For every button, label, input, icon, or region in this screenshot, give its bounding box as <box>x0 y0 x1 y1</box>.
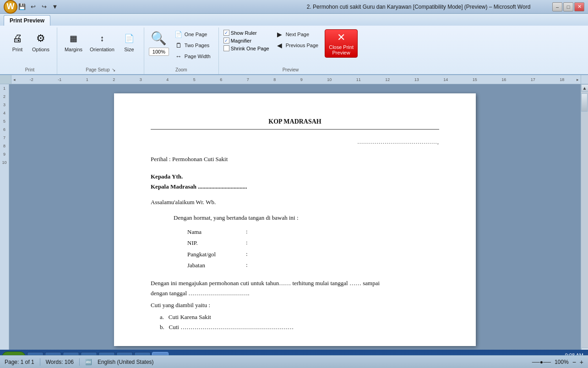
options-label: Options <box>32 47 49 53</box>
ribbon-group-zoom: 🔍 100% 📄 One Page 🗒 Two Pages ↔ Page Wid… <box>144 27 219 74</box>
page-width-icon: ↔ <box>174 52 183 60</box>
margins-label: Margins <box>65 47 82 53</box>
doc-salam: Assalamu'alaikum Wr. Wb. <box>151 197 439 207</box>
doc-kepada-yth: Kepada Yth. <box>151 172 439 182</box>
print-icon: 🖨 <box>10 31 25 46</box>
one-page-button[interactable]: 📄 One Page <box>173 29 214 39</box>
doc-date-dots: ........................................… <box>151 137 439 147</box>
field-nama-colon: : <box>242 227 251 238</box>
print-button[interactable]: 🖨 Print <box>7 29 27 54</box>
orientation-icon: ↕ <box>95 31 109 46</box>
quick-access-bar: 💾 ↩ ↪ ▼ <box>17 2 285 11</box>
list-item: a. Cuti Karena Sakit <box>160 312 439 322</box>
zoom-out-button[interactable]: − <box>572 358 576 366</box>
scroll-up-button[interactable]: ▲ <box>581 84 588 92</box>
ruler-corner <box>0 75 11 84</box>
orientation-button[interactable]: ↕ Orientation <box>87 29 117 54</box>
prev-page-button[interactable]: ◀ Previous Page <box>274 40 321 50</box>
options-icon: ⚙ <box>33 31 48 46</box>
page-width-button[interactable]: ↔ Page Width <box>173 51 214 61</box>
status-words: Words: 106 <box>46 359 74 365</box>
print-group-label: Print <box>25 67 35 74</box>
next-page-button[interactable]: ▶ Next Page <box>274 29 321 39</box>
page-setup-label: Page Setup ↘ <box>86 67 115 74</box>
maximize-button[interactable]: □ <box>563 2 573 11</box>
cuti-list: a. Cuti Karena Sakit b. Cuti ……………………………… <box>160 312 439 332</box>
save-quick-btn[interactable]: 💾 <box>17 2 27 11</box>
ribbon-group-print: 🖨 Print ⚙ Options Print <box>3 27 57 74</box>
doc-body2: dengan tanggal …………………………. <box>151 288 439 298</box>
page-setup-content: ▦ Margins ↕ Orientation 📄 Size <box>62 27 139 67</box>
window-title: 2. Permohon cuti sakit Guru dan Karyawan… <box>285 4 552 10</box>
minimize-button[interactable]: – <box>552 2 562 11</box>
redo-quick-btn[interactable]: ↪ <box>39 2 49 11</box>
field-pangkat-colon: : <box>242 249 251 260</box>
ruler-h-corner-right <box>581 75 588 84</box>
status-right: ──●── 100% − + <box>532 358 583 366</box>
orientation-label: Orientation <box>90 47 114 53</box>
document-page: KOP MADRASAH ...........................… <box>114 93 476 346</box>
shrink-label: Shrink One Page <box>231 46 269 51</box>
scroll-track[interactable] <box>581 92 588 348</box>
ribbon-group-page-setup: ▦ Margins ↕ Orientation 📄 Size Page Setu… <box>57 27 144 74</box>
print-label: Print <box>12 47 23 53</box>
margins-button[interactable]: ▦ Margins <box>62 29 85 54</box>
shrink-check-icon <box>223 45 229 51</box>
status-sep-2 <box>79 358 80 366</box>
one-page-icon: 📄 <box>174 30 183 38</box>
doc-kepada: Kepada Yth. Kepala Madrasah ............… <box>151 172 439 192</box>
magnifier-check-icon: ✓ <box>223 38 229 43</box>
show-ruler-label: Show Ruler <box>231 30 257 36</box>
next-page-icon: ▶ <box>276 30 284 38</box>
close-print-preview-button[interactable]: ✕ Close PrintPreview <box>325 29 358 58</box>
page-setup-expander[interactable]: ↘ <box>112 67 115 72</box>
field-jabatan-label: Jabatan <box>187 260 242 271</box>
close-preview-icon: ✕ <box>337 32 345 43</box>
page-view-group: 📄 One Page 🗒 Two Pages ↔ Page Width <box>173 29 214 61</box>
ribbon: 🖨 Print ⚙ Options Print ▦ Margins ↕ Orie… <box>0 26 588 75</box>
status-page: Page: 1 of 1 <box>5 359 34 365</box>
close-window-button[interactable]: ✕ <box>574 2 584 11</box>
ribbon-group-preview: ✓ Show Ruler ✓ Magnifier Shrink One Page… <box>219 27 362 74</box>
tab-print-preview[interactable]: Print Preview <box>4 15 50 26</box>
print-group-content: 🖨 Print ⚙ Options <box>7 27 52 67</box>
shrink-one-page-checkbox[interactable]: Shrink One Page <box>223 45 269 52</box>
doc-kepada-name: Kepala Madrasah ........................… <box>151 182 439 192</box>
field-nip-colon: : <box>242 238 251 249</box>
show-ruler-checkbox[interactable]: ✓ Show Ruler <box>223 29 269 36</box>
document-area: KOP MADRASAH ...........................… <box>9 84 581 355</box>
ruler-vertical: 12345678910 <box>0 84 9 355</box>
field-nama-label: Nama <box>187 227 242 238</box>
zoom-value[interactable]: 100% <box>149 48 169 56</box>
office-button[interactable]: W <box>4 0 17 14</box>
doc-header-title: KOP MADRASAH <box>151 116 439 127</box>
undo-quick-btn[interactable]: ↩ <box>28 2 38 11</box>
ruler-horizontal: ◂ -2-1123456789101112131415161718 ▸ <box>11 75 581 84</box>
zoom-label: Zoom <box>175 67 187 74</box>
zoom-button[interactable]: 🔍 <box>150 29 168 47</box>
window-controls: – □ ✕ <box>552 2 584 11</box>
scroll-thumb[interactable] <box>581 93 588 112</box>
size-label: Size <box>124 47 134 53</box>
doc-perihal: Perihal : Permohonan Cuti Sakit <box>151 154 439 164</box>
more-quick-btn[interactable]: ▼ <box>50 2 60 11</box>
doc-fields-table: Nama : NIP. : Pangkat/gol : <box>187 227 251 271</box>
status-sep-1 <box>40 358 40 366</box>
size-button[interactable]: 📄 Size <box>119 29 139 54</box>
magnifier-checkbox[interactable]: ✓ Magnifier <box>223 37 269 44</box>
two-pages-button[interactable]: 🗒 Two Pages <box>173 40 214 50</box>
options-button[interactable]: ⚙ Options <box>29 29 52 54</box>
title-bar: W 💾 ↩ ↪ ▼ 2. Permohon cuti sakit Guru da… <box>0 0 588 14</box>
field-jabatan-colon: : <box>242 260 251 271</box>
status-zoom-slider[interactable]: ──●── <box>532 359 551 365</box>
status-lang: English (United States) <box>98 359 154 365</box>
zoom-in-button[interactable]: + <box>580 358 583 366</box>
preview-label: Preview <box>283 67 299 74</box>
main-area: 12345678910 KOP MADRASAH ...............… <box>0 84 588 355</box>
close-preview-label: Close PrintPreview <box>329 44 354 55</box>
preview-content: ✓ Show Ruler ✓ Magnifier Shrink One Page… <box>223 27 358 67</box>
size-icon: 📄 <box>122 31 136 46</box>
scrollbar-vertical[interactable]: ▲ ▼ <box>581 84 588 355</box>
nav-buttons: ▶ Next Page ◀ Previous Page <box>274 29 321 50</box>
doc-body3: Cuti yang diambil yaitu : <box>151 300 439 310</box>
